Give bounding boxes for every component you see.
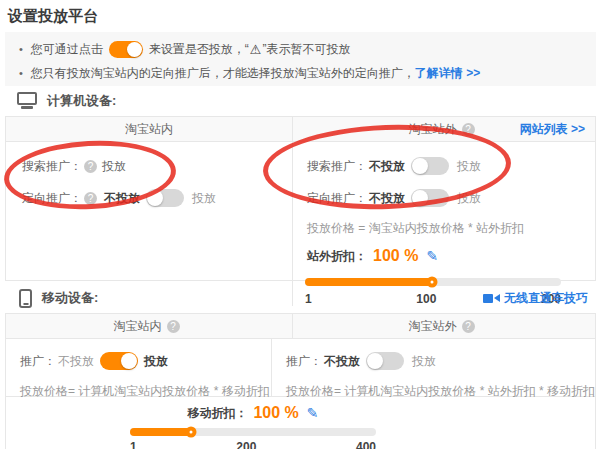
toggle-knob [412,190,428,206]
mobile-discount-inner: 移动折扣： 100 % ✎ 1 200 400 [130,404,376,449]
computer-table-header: 淘宝站内 淘宝站外 网站列表 >> [6,117,595,142]
promo-off-label: 不投放 [58,353,94,370]
computer-section-header: 计算机设备: [5,88,588,114]
search-promo-label: 搜索推广： [22,158,82,175]
computer-section-title: 计算机设备: [47,92,116,110]
target-on-label: 投放 [192,190,216,207]
offsite-discount-row: 站外折扣： 100 % ✎ [307,247,595,265]
promo-label: 推广： [286,353,322,370]
slider-min-label: 1 [130,440,137,449]
slider-min-label: 1 [305,292,312,306]
monitor-icon [17,92,37,105]
search-promo-label: 搜索推广： [307,158,367,175]
toggle-knob [412,158,428,174]
toggle-knob [147,190,163,206]
learn-more-link[interactable]: 了解详情 >> [415,65,480,82]
target-on-label: 投放 [457,190,481,207]
help-icon[interactable] [84,160,97,173]
computer-onsite-cell: 搜索推广： 投放 定向推广： 不投放 投放 [6,142,293,306]
slider-max-label: 400 [356,440,376,449]
promo-off-label: 不投放 [324,353,360,370]
slider-fill [305,278,432,286]
computer-offsite-cell: 搜索推广： 不投放 投放 定向推广： 不投放 投放 投放价格 = 淘宝站内投放价… [293,142,595,306]
offsite-discount-slider[interactable] [305,278,561,286]
mobile-offsite-formula: 投放价格= 计算机淘宝站内投放价格 * 站外折扣 * 移动折扣 [286,383,595,400]
computer-offsite-search-toggle[interactable] [411,157,449,175]
notice-box: • 您可通过点击 来设置是否投放，“ ⚠ ”表示暂不可投放 • 您只有投放淘宝站… [5,32,596,86]
wireless-tips-link[interactable]: 无线直通车技巧 [483,290,588,307]
page-title: 设置投放平台 [0,0,600,27]
edit-pencil-icon[interactable]: ✎ [307,405,319,421]
computer-offsite-header-label: 淘宝站外 [409,122,457,136]
mobile-offsite-header: 淘宝站外 [293,314,595,338]
promo-label: 推广： [20,353,56,370]
computer-offsite-target-toggle[interactable] [411,189,449,207]
target-off-label: 不投放 [369,190,405,207]
notice-text: 来设置是否投放，“ [149,41,249,58]
mobile-offsite-promo-row: 推广： 不投放 投放 [286,351,595,371]
bullet-icon: • [19,67,23,79]
notice-line-1: • 您可通过点击 来设置是否投放，“ ⚠ ”表示暂不可投放 [17,37,586,61]
slider-knob[interactable] [186,427,197,438]
offsite-discount-label: 站外折扣： [307,248,367,265]
target-promo-label: 定向推广： [22,190,82,207]
mobile-slider-labels: 1 200 400 [130,440,376,449]
mobile-discount-row: 移动折扣： 100 % ✎ [130,404,376,422]
wireless-tips-label: 无线直通车技巧 [504,290,588,307]
mobile-onsite-formula: 投放价格= 计算机淘宝站内投放价格 * 移动折扣 [20,383,271,400]
edit-pencil-icon[interactable]: ✎ [426,248,438,264]
mobile-table: 淘宝站内 淘宝站外 推广： 不投放 投放 投放价格= 计算机淘宝站内投放价格 *… [5,313,596,449]
computer-onsite-header: 淘宝站内 [6,117,293,141]
help-icon[interactable] [462,123,475,136]
slider-mid-label: 100 [416,292,436,306]
offsite-discount-value: 100 % [373,247,418,265]
mobile-discount-label: 移动折扣： [187,405,247,422]
computer-onsite-target-row: 定向推广： 不投放 投放 [22,188,292,208]
mobile-offsite-promo-toggle[interactable] [366,352,404,370]
mobile-offsite-header-label: 淘宝站外 [409,319,457,333]
mobile-discount-slider[interactable] [130,428,376,436]
search-on-label: 投放 [457,158,481,175]
offsite-price-formula: 投放价格 = 淘宝站内投放价格 * 站外折扣 [307,220,595,237]
notice-text: 您可通过点击 [31,41,103,58]
target-promo-label: 定向推广： [307,190,367,207]
site-list-link[interactable]: 网站列表 >> [520,117,585,142]
computer-onsite-search-row: 搜索推广： 投放 [22,156,292,176]
promo-on-label: 投放 [412,353,436,370]
mobile-discount-value: 100 % [253,404,298,422]
help-icon[interactable] [462,320,475,333]
bullet-icon: • [19,43,23,55]
notice-line-2: • 您只有投放淘宝站内的定向推广后，才能选择投放淘宝站外的定向推广， 了解详情 … [17,61,586,85]
toggle-knob [367,353,383,369]
search-off-label: 不投放 [369,158,405,175]
phone-icon [19,289,32,308]
promo-on-label: 投放 [144,353,168,370]
toggle-knob [127,42,142,57]
warning-icon: ⚠ [250,42,262,57]
mobile-onsite-promo-row: 推广： 不投放 投放 [20,351,271,371]
mobile-table-header: 淘宝站内 淘宝站外 [6,314,595,339]
target-off-label: 不投放 [104,190,140,207]
slider-mid-label: 200 [236,440,256,449]
toggle-knob [121,353,137,369]
toggle-example-switch[interactable] [109,41,143,58]
slider-knob[interactable] [427,277,438,288]
help-icon[interactable] [84,192,97,205]
video-camera-icon [483,294,500,303]
mobile-onsite-promo-toggle[interactable] [100,352,138,370]
help-icon[interactable] [167,320,180,333]
mobile-onsite-cell: 推广： 不投放 投放 投放价格= 计算机淘宝站内投放价格 * 移动折扣 [6,339,272,396]
notice-text: 您只有投放淘宝站内的定向推广后，才能选择投放淘宝站外的定向推广， [31,65,415,82]
mobile-table-body: 推广： 不投放 投放 投放价格= 计算机淘宝站内投放价格 * 移动折扣 推广： … [6,339,595,396]
mobile-section-title: 移动设备: [42,289,98,307]
search-promo-state: 投放 [102,158,126,175]
mobile-onsite-header: 淘宝站内 [6,314,293,338]
computer-onsite-target-toggle[interactable] [146,189,184,207]
computer-offsite-header: 淘宝站外 网站列表 >> [293,117,595,141]
computer-offsite-search-row: 搜索推广： 不投放 投放 [307,156,595,176]
computer-table-body: 搜索推广： 投放 定向推广： 不投放 投放 搜索推广： 不投放 投放 定向推广： [6,142,595,306]
notice-text: ”表示暂不可投放 [263,41,351,58]
computer-offsite-target-row: 定向推广： 不投放 投放 [307,188,595,208]
mobile-discount-section: 移动折扣： 100 % ✎ 1 200 400 [6,396,595,449]
mobile-offsite-cell: 推广： 不投放 投放 投放价格= 计算机淘宝站内投放价格 * 站外折扣 * 移动… [272,339,595,396]
